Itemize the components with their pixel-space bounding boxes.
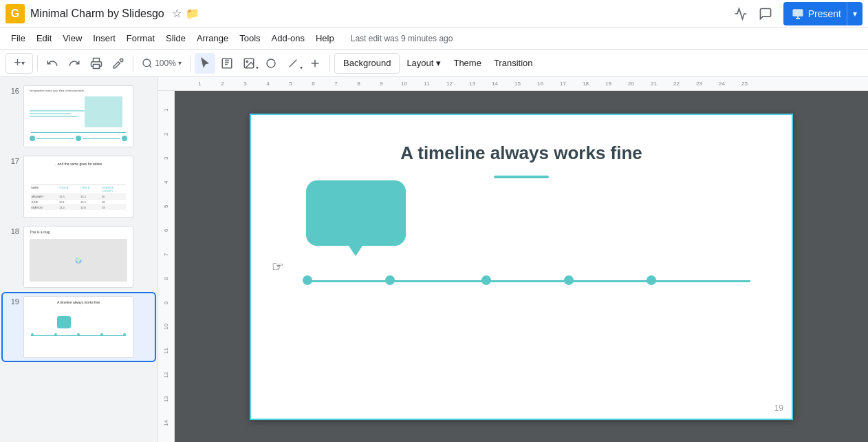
slide-thumb-19[interactable]: 19 A timeline always works fine bbox=[3, 293, 155, 361]
svg-point-11 bbox=[246, 61, 248, 62]
timeline-dot-1[interactable] bbox=[303, 275, 312, 285]
line-tool-button[interactable]: ▾ bbox=[283, 53, 303, 74]
present-button[interactable]: Present ▾ bbox=[783, 2, 862, 25]
timeline-dot-2[interactable] bbox=[385, 275, 395, 285]
slide-thumb-18[interactable]: 18 This is a map 🌍 bbox=[3, 223, 155, 291]
image-tool-button[interactable]: ▾ bbox=[239, 53, 259, 74]
slide-panel: 16 Infographics make your idea understan… bbox=[0, 77, 158, 442]
slide-num-19: 19 bbox=[6, 297, 19, 306]
canvas-area: 1 2 3 4 5 6 7 8 9 10 11 12 13 14 bbox=[158, 91, 868, 442]
present-dropdown-arrow[interactable]: ▾ bbox=[847, 2, 862, 25]
last-edit-info[interactable]: Last edit was 9 minutes ago bbox=[351, 34, 453, 43]
doc-title: Minimal Charm by Slidesgo bbox=[30, 8, 164, 20]
background-button[interactable]: Background bbox=[334, 53, 400, 74]
divider-1 bbox=[37, 55, 38, 72]
timeline-dot-3[interactable] bbox=[481, 275, 491, 285]
layout-arrow-icon: ▾ bbox=[436, 58, 441, 68]
redo-button[interactable] bbox=[64, 53, 85, 74]
menu-slide[interactable]: Slide bbox=[160, 30, 191, 46]
timeline-dot-4[interactable] bbox=[564, 275, 574, 285]
title-underline-decoration bbox=[494, 176, 549, 178]
slide-page-number: 19 bbox=[774, 403, 783, 413]
star-icon[interactable]: ☆ bbox=[172, 7, 182, 20]
transition-button[interactable]: Transition bbox=[488, 53, 539, 74]
menu-addons[interactable]: Add-ons bbox=[266, 30, 310, 46]
menu-tools[interactable]: Tools bbox=[234, 30, 265, 46]
slide-num-16: 16 bbox=[6, 87, 19, 95]
zoom-value: 100% bbox=[155, 59, 176, 68]
bubble-body bbox=[306, 180, 406, 246]
svg-rect-0 bbox=[792, 9, 803, 17]
menu-insert[interactable]: Insert bbox=[87, 30, 121, 46]
present-label: Present bbox=[808, 8, 847, 19]
undo-button[interactable] bbox=[42, 53, 63, 74]
app-icon: G bbox=[6, 4, 25, 23]
text-tool-button[interactable] bbox=[217, 53, 237, 74]
slide-num-17: 17 bbox=[6, 157, 19, 165]
main-area: 16 Infographics make your idea understan… bbox=[0, 77, 868, 442]
shape-tool-button[interactable] bbox=[261, 53, 281, 74]
speech-bubble-shape[interactable] bbox=[306, 180, 406, 253]
vertical-ruler: 1 2 3 4 5 6 7 8 9 10 11 12 13 14 bbox=[158, 91, 175, 442]
extra-tool-button[interactable] bbox=[305, 53, 325, 74]
titlebar: G Minimal Charm by Slidesgo ☆ 📁 Present … bbox=[0, 0, 868, 28]
horizontal-ruler: 1 2 3 4 5 6 7 8 9 10 11 12 13 14 15 16 1… bbox=[158, 77, 868, 91]
cursor-indicator: ☞ bbox=[272, 258, 284, 275]
svg-point-12 bbox=[267, 59, 275, 67]
bubble-tail bbox=[349, 246, 362, 256]
slide-preview-18: This is a map 🌍 bbox=[23, 226, 133, 288]
timeline-dot-5[interactable] bbox=[647, 275, 656, 285]
folder-icon[interactable]: 📁 bbox=[186, 7, 199, 20]
add-button[interactable]: + ▾ bbox=[6, 53, 33, 74]
slide-preview-17: ...and the same goes for tables NAME ITE… bbox=[23, 156, 133, 218]
slide-title: A timeline always works fine bbox=[251, 143, 792, 164]
slide-thumb-16[interactable]: 16 Infographics make your idea understan… bbox=[3, 83, 155, 150]
slide-preview-16: Infographics make your idea understandab… bbox=[23, 85, 133, 147]
menu-arrange[interactable]: Arrange bbox=[191, 30, 234, 46]
svg-point-4 bbox=[143, 59, 151, 67]
menu-file[interactable]: File bbox=[6, 30, 31, 46]
slide-num-18: 18 bbox=[6, 227, 19, 235]
svg-rect-3 bbox=[94, 64, 100, 68]
slide-preview-19: A timeline always works fine bbox=[23, 296, 133, 358]
slide-frame[interactable]: A timeline always works fine bbox=[250, 114, 793, 420]
divider-3 bbox=[190, 55, 191, 72]
timeline-line bbox=[306, 280, 750, 282]
zoom-button[interactable]: 100% ▾ bbox=[138, 53, 186, 74]
slide-thumb-17[interactable]: 17 ...and the same goes for tables NAME … bbox=[3, 153, 155, 220]
analytics-button[interactable] bbox=[728, 1, 753, 26]
comments-button[interactable] bbox=[753, 1, 778, 26]
svg-line-5 bbox=[149, 65, 151, 67]
slide-canvas[interactable]: A timeline always works fine bbox=[175, 91, 868, 442]
toolbar: + ▾ 100% ▾ ▾ ▾ Background Layout bbox=[0, 50, 868, 77]
divider-2 bbox=[133, 55, 133, 72]
menu-help[interactable]: Help bbox=[310, 30, 340, 46]
paint-format-button[interactable] bbox=[108, 53, 129, 74]
menu-view[interactable]: View bbox=[57, 30, 87, 46]
svg-line-13 bbox=[290, 59, 297, 67]
ruler-area: 1 2 3 4 5 6 7 8 9 10 11 12 13 14 15 16 1… bbox=[158, 77, 868, 442]
menu-format[interactable]: Format bbox=[121, 30, 160, 46]
theme-button[interactable]: Theme bbox=[448, 53, 486, 74]
menubar: File Edit View Insert Format Slide Arran… bbox=[0, 28, 868, 50]
menu-edit[interactable]: Edit bbox=[31, 30, 57, 46]
layout-button[interactable]: Layout ▾ bbox=[401, 53, 446, 74]
select-tool-button[interactable] bbox=[195, 53, 215, 74]
print-button[interactable] bbox=[86, 53, 107, 74]
divider-4 bbox=[329, 55, 330, 72]
